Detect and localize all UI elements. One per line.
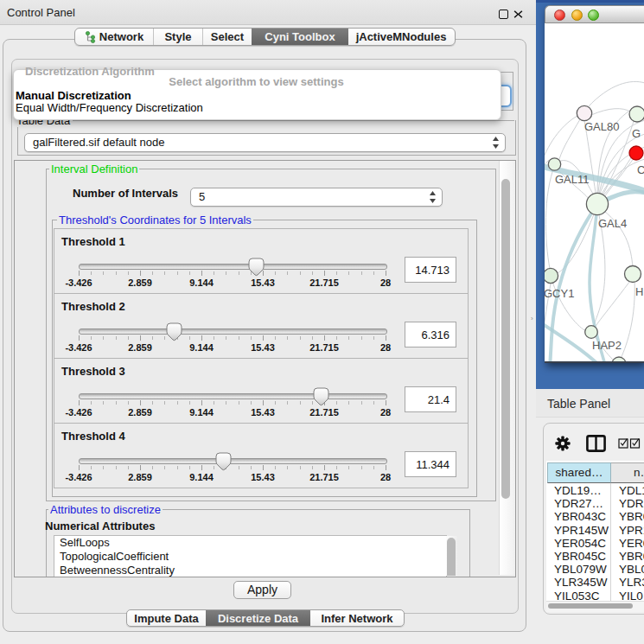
svg-text:GAL80: GAL80 (584, 120, 619, 133)
svg-text:GAL4: GAL4 (598, 217, 627, 230)
svg-text:GCY1: GCY1 (545, 287, 574, 300)
svg-text:G: G (632, 127, 641, 140)
svg-text:C: C (637, 163, 644, 176)
svg-text:H: H (635, 285, 643, 298)
svg-text:HAP2: HAP2 (592, 339, 622, 352)
svg-text:GAL11: GAL11 (555, 173, 590, 186)
